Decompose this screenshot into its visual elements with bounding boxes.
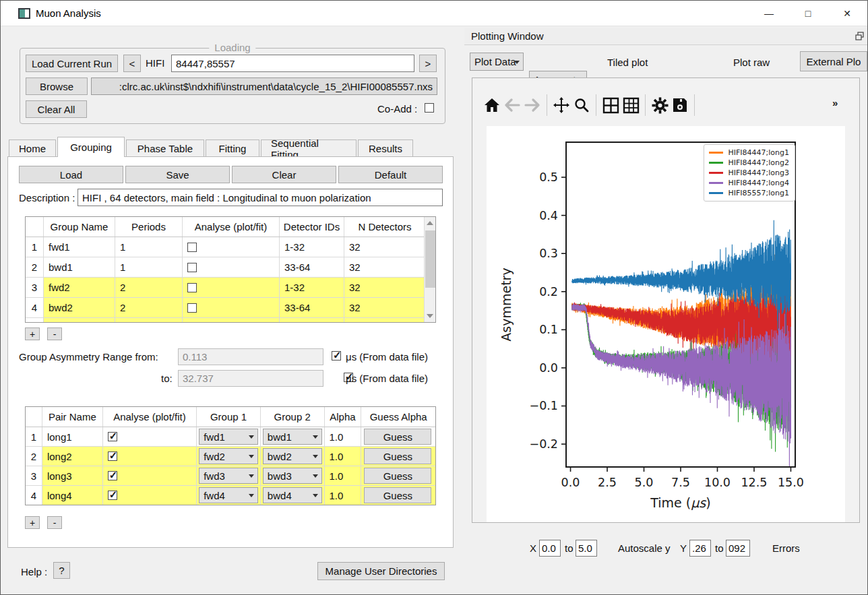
pair-analyse-checkbox[interactable] — [108, 432, 117, 441]
group-name-cell[interactable]: bwd2 — [44, 298, 115, 317]
pair-row-1[interactable]: 1 long1 fwd1 bwd1 1.0 Guess — [26, 427, 435, 447]
group-name-cell[interactable]: bwd1 — [44, 257, 115, 277]
alpha-cell[interactable]: 1.0 — [325, 427, 362, 446]
add-group-button[interactable]: + — [25, 327, 40, 340]
guess-alpha-button[interactable]: Guess — [364, 429, 431, 445]
scroll-down-icon[interactable] — [427, 314, 433, 318]
detector-ids-cell[interactable]: 1-32 — [280, 237, 344, 257]
help-button[interactable]: ? — [53, 562, 70, 579]
previous-run-button[interactable]: < — [123, 55, 141, 72]
group-name-cell[interactable]: fwd1 — [44, 237, 115, 257]
tab-sequential-fitting[interactable]: Sequential Fitting — [261, 139, 356, 157]
group1-combobox[interactable]: fwd4 — [199, 487, 258, 503]
group-row-2[interactable]: 2 bwd1 1 33-64 32 — [26, 257, 435, 278]
next-run-button[interactable]: > — [419, 55, 437, 72]
range-from-unit-checkbox[interactable] — [332, 351, 341, 361]
pair-name-cell[interactable]: long2 — [42, 447, 103, 466]
periods-cell[interactable]: 2 — [115, 278, 183, 297]
pair-analyse-checkbox[interactable] — [108, 471, 117, 480]
grouping-save-button[interactable]: Save — [125, 166, 230, 183]
detector-ids-cell[interactable]: 33-64 — [280, 298, 344, 317]
external-plot-button[interactable]: External Plo — [800, 51, 867, 71]
group1-combobox[interactable]: fwd2 — [199, 448, 258, 464]
guess-alpha-button[interactable]: Guess — [364, 487, 431, 503]
pair-row-2[interactable]: 2 long2 fwd2 bwd2 1.0 Guess — [26, 447, 435, 466]
maximize-button[interactable]: □ — [793, 1, 824, 26]
close-button[interactable]: ✕ — [832, 1, 863, 26]
clear-all-button[interactable]: Clear All — [26, 100, 87, 118]
scroll-up-icon[interactable] — [427, 221, 433, 225]
periods-cell[interactable] — [115, 318, 183, 323]
pair-row-3[interactable]: 3 long3 fwd3 bwd3 1.0 Guess — [26, 466, 435, 486]
x-from-input[interactable]: 0.0 — [539, 540, 561, 557]
pair-name-cell[interactable]: long1 — [42, 427, 103, 446]
forward-icon[interactable] — [522, 95, 542, 115]
back-icon[interactable] — [502, 95, 522, 115]
pair-row-4[interactable]: 4 long4 fwd4 bwd4 1.0 Guess — [26, 486, 435, 505]
range-to-input[interactable]: 32.737 — [178, 370, 323, 387]
group1-combobox[interactable]: fwd3 — [199, 468, 258, 484]
save-icon[interactable] — [670, 95, 690, 115]
pair-name-cell[interactable]: long3 — [42, 466, 103, 485]
remove-pair-button[interactable]: - — [47, 516, 62, 529]
alpha-cell[interactable]: 1.0 — [325, 466, 362, 485]
alpha-cell[interactable]: 1.0 — [325, 486, 362, 505]
group2-combobox[interactable]: bwd1 — [263, 429, 322, 445]
detector-ids-cell[interactable]: 33-64 — [280, 257, 344, 277]
analyse-checkbox[interactable] — [187, 243, 197, 252]
minimize-button[interactable]: — — [753, 1, 784, 26]
pair-name-cell[interactable]: long4 — [42, 486, 103, 505]
group-table-scrollbar[interactable] — [424, 217, 435, 322]
plotting-window-titlebar[interactable]: Plotting Window — [464, 28, 868, 45]
analyse-checkbox[interactable] — [187, 263, 197, 272]
tab-results[interactable]: Results — [358, 139, 413, 157]
grouping-default-button[interactable]: Default — [338, 166, 443, 183]
home-icon[interactable] — [482, 95, 502, 115]
periods-cell[interactable]: 2 — [115, 298, 183, 317]
group2-combobox[interactable]: bwd3 — [263, 468, 322, 484]
detector-ids-cell[interactable]: 1-32 — [280, 278, 344, 297]
group-name-cell[interactable]: fwd2 — [44, 278, 115, 297]
tab-grouping[interactable]: Grouping — [57, 137, 125, 157]
add-pair-button[interactable]: + — [25, 516, 40, 529]
gear-icon[interactable] — [650, 95, 670, 115]
periods-cell[interactable]: 1 — [115, 257, 183, 277]
y-from-input[interactable]: .26 — [689, 540, 711, 557]
detector-ids-cell[interactable] — [280, 318, 344, 323]
axes-grid-icon[interactable] — [621, 95, 641, 115]
group2-combobox[interactable]: bwd2 — [263, 448, 322, 464]
analyse-checkbox[interactable] — [187, 283, 197, 292]
group-row-5-partial[interactable] — [26, 318, 435, 323]
plot-canvas[interactable]: 0.50.40.30.20.10.0−0.1−0.20.02.55.07.510… — [487, 126, 845, 522]
zoom-icon[interactable] — [571, 95, 592, 115]
dock-float-icon[interactable] — [855, 32, 864, 40]
x-to-input[interactable]: 5.0 — [576, 540, 597, 557]
grouping-load-button[interactable]: Load — [19, 166, 123, 183]
plot-legend[interactable]: HIFI84447;long1HIFI84447;long2HIFI84447;… — [704, 144, 795, 201]
manage-user-directories-button[interactable]: Manage User Directories — [317, 562, 445, 580]
y-to-input[interactable]: 092 — [726, 540, 750, 557]
group1-combobox[interactable]: fwd1 — [199, 429, 258, 445]
toolbar-overflow-button[interactable]: » — [832, 97, 838, 108]
group-row-1[interactable]: 1 fwd1 1 1-32 32 — [26, 237, 435, 257]
alpha-cell[interactable]: 1.0 — [325, 447, 362, 466]
grouping-clear-button[interactable]: Clear — [232, 166, 336, 183]
group2-combobox[interactable]: bwd4 — [263, 487, 322, 503]
tab-fitting[interactable]: Fitting — [206, 139, 259, 157]
scroll-thumb[interactable] — [425, 230, 435, 288]
tab-phase-table[interactable]: Phase Table — [126, 139, 204, 157]
file-path-field[interactable]: :clrc.ac.uk\inst$\ndxhifi\instrument\dat… — [91, 77, 437, 95]
description-input[interactable]: HIFI , 64 detectors, main field : Longit… — [78, 189, 443, 206]
guess-alpha-button[interactable]: Guess — [364, 448, 431, 464]
group-row-3[interactable]: 3 fwd2 2 1-32 32 — [26, 278, 435, 298]
browse-button[interactable]: Browse — [26, 77, 88, 95]
tab-home[interactable]: Home — [9, 139, 56, 157]
pan-icon[interactable] — [551, 95, 571, 115]
load-current-run-button[interactable]: Load Current Run — [26, 55, 118, 72]
subplots-grid-icon[interactable] — [600, 95, 621, 115]
guess-alpha-button[interactable]: Guess — [364, 468, 431, 484]
group-row-4[interactable]: 4 bwd2 2 33-64 32 — [26, 298, 435, 318]
pair-analyse-checkbox[interactable] — [108, 491, 117, 500]
plot-data-combobox[interactable]: Plot Data — [470, 53, 524, 71]
periods-cell[interactable]: 1 — [115, 237, 183, 257]
